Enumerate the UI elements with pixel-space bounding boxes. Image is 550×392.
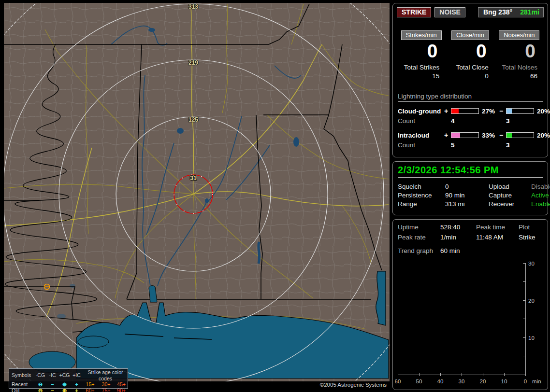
y-tick-10: 10 — [528, 335, 535, 341]
x-tick-10: 10 — [501, 378, 507, 384]
capture-label: Capture — [489, 192, 531, 199]
range-value: 313 mi — [445, 200, 489, 208]
datetime-divider — [398, 177, 543, 178]
squelch-value: 0 — [445, 183, 489, 190]
cloud-ground-row: Cloud-ground + 27% − 20% — [397, 107, 544, 115]
x-tick-30: 30 — [459, 378, 465, 384]
total-close-label: Total Close — [446, 63, 488, 72]
capture-status: Active — [531, 192, 550, 199]
cloud-ground-count-row: Count 4 3 — [397, 117, 544, 125]
lightning-map[interactable]: 313 219 125 31 Symbols -CG -IC +CG +IC S… — [4, 3, 390, 381]
squelch-label: Squelch — [398, 183, 445, 190]
intracloud-label: Intracloud — [398, 132, 444, 139]
total-strikes-label: Total Strikes — [397, 63, 439, 72]
peak-rate-value: 1/min — [440, 234, 476, 241]
x-axis-unit: min — [532, 378, 541, 384]
peak-rate-label: Peak rate — [398, 234, 440, 241]
ring-label-125: 125 — [188, 116, 198, 123]
cg-count-label: Count — [398, 117, 444, 125]
receiver-status-box: 2/3/2026 12:54:56 PM Squelch 0 Upload Di… — [392, 161, 548, 215]
cg-plus-count: 4 — [451, 117, 479, 125]
total-noises-label: Total Noises — [495, 63, 537, 72]
minus-sign: − — [499, 107, 506, 115]
noises-per-min-value: 0 — [495, 41, 544, 62]
age-90: 90+ — [114, 388, 129, 392]
ring-label-31: 31 — [190, 175, 197, 182]
strike-toggle-button[interactable]: STRIKE — [397, 7, 431, 17]
legend-row-old: Old — [12, 388, 34, 392]
legend-col-pos-ic: +IC — [71, 372, 82, 378]
noises-per-min-chip: Noises/min — [499, 30, 539, 40]
trend-chart: 30 20 10 60 50 40 30 20 10 0 min — [395, 261, 546, 388]
x-tick-20: 20 — [480, 378, 486, 384]
upload-label: Upload — [489, 183, 531, 190]
legend-symbols-title: Symbols — [12, 372, 34, 378]
legend-col-neg-ic: -IC — [47, 372, 58, 378]
ring-label-219: 219 — [188, 59, 198, 66]
upload-status: Disabled — [531, 183, 550, 190]
y-tick-30: 30 — [528, 261, 535, 266]
bearing-label: Bng 238° — [483, 8, 512, 16]
cg-minus-bar — [506, 108, 534, 114]
strike-stats-box: STRIKE NOISE Bng 238° 281mi Strikes/min … — [392, 3, 548, 157]
neg-ic-old-icon: − — [47, 388, 58, 392]
total-close-value: 0 — [446, 72, 488, 81]
persistence-value: 90 min — [445, 192, 489, 199]
noise-toggle-button[interactable]: NOISE — [434, 7, 465, 17]
peak-time-value: 11:48 AM — [476, 234, 519, 241]
strikes-per-min-chip: Strikes/min — [401, 30, 442, 40]
uptime-value: 528:40 — [440, 224, 476, 231]
range-label: Range — [398, 200, 445, 208]
ic-plus-pct: 33% — [479, 132, 499, 139]
intracloud-row: Intracloud + 33% − 20% — [397, 131, 544, 139]
y-tick-20: 20 — [528, 298, 535, 304]
x-tick-40: 40 — [437, 378, 444, 384]
plot-value: Strike — [519, 234, 543, 241]
neg-cg-old-icon: ⊖ — [34, 388, 47, 392]
ic-plus-count: 5 — [451, 141, 479, 149]
pos-ic-old-icon: + — [71, 388, 82, 392]
age-60: 60+ — [82, 388, 98, 392]
ring-label-313: 313 — [188, 3, 198, 10]
datetime-display: 2/3/2026 12:54:56 PM — [398, 165, 543, 176]
total-noises-value: 66 — [495, 72, 537, 81]
ic-minus-pct: 20% — [534, 132, 550, 139]
x-tick-60: 60 — [395, 378, 401, 384]
legend-col-pos-cg: +CG — [58, 372, 71, 378]
trend-graph-value: 60 min — [440, 247, 543, 254]
cg-plus-bar — [451, 108, 479, 114]
ic-minus-bar — [506, 132, 534, 138]
age-75: 75+ — [98, 388, 114, 392]
legend-age-title: Strike age color codes — [82, 369, 129, 381]
strikes-per-min-value: 0 — [397, 41, 446, 62]
legend-col-neg-cg: -CG — [34, 372, 47, 378]
trend-graph-label: Trend graph — [398, 247, 440, 254]
cg-plus-pct: 27% — [479, 108, 499, 115]
cg-minus-pct: 20% — [534, 108, 550, 115]
minus-sign: − — [499, 131, 506, 139]
distribution-title: Lightning type distribution — [398, 93, 543, 102]
ic-plus-bar — [451, 132, 479, 138]
ic-minus-count: 3 — [506, 141, 534, 149]
x-tick-0: 0 — [524, 378, 527, 384]
close-per-min-value: 0 — [446, 41, 494, 62]
x-tick-50: 50 — [416, 378, 422, 384]
plus-sign: + — [444, 107, 451, 115]
bearing-display: Bng 238° 281mi — [478, 7, 544, 17]
receiver-label: Receiver — [489, 200, 531, 208]
copyright-text: ©2005 Astrogenic Systems — [4, 382, 387, 388]
close-per-min-chip: Close/min — [451, 30, 489, 40]
intracloud-count-row: Count 5 3 — [397, 141, 544, 149]
map-canvas: 313 219 125 31 — [4, 3, 390, 381]
peak-time-label: Peak time — [476, 224, 519, 231]
plus-sign: + — [444, 131, 451, 139]
total-strikes-value: 15 — [397, 72, 439, 81]
bearing-range: 281mi — [520, 8, 539, 16]
trend-box: Uptime 528:40 Peak time Plot Peak rate 1… — [392, 219, 548, 390]
cg-minus-count: 3 — [506, 117, 534, 125]
cloud-ground-label: Cloud-ground — [398, 108, 444, 115]
pos-cg-old-icon: ⊕ — [58, 388, 71, 392]
uptime-label: Uptime — [398, 224, 440, 231]
plot-label: Plot — [519, 224, 543, 231]
ic-count-label: Count — [398, 141, 444, 149]
